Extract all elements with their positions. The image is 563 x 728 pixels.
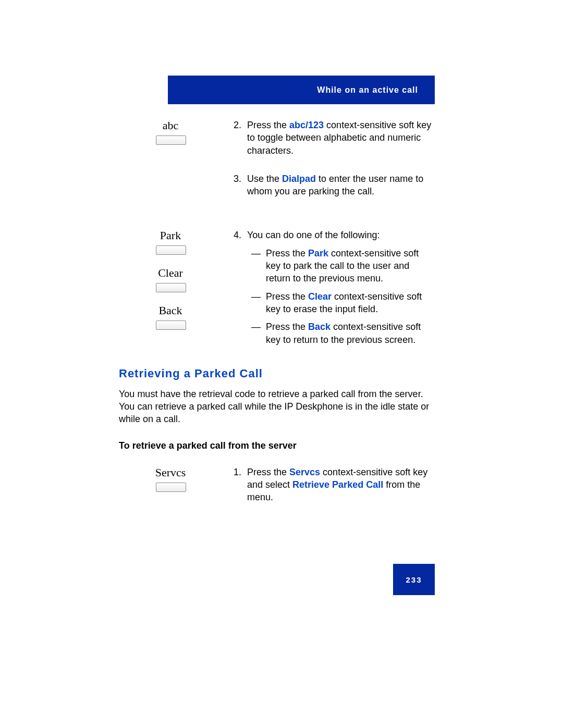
- step-4a: — Press the Park context-sensitive soft …: [251, 247, 434, 285]
- softkey-column-1: abc: [148, 119, 234, 156]
- step-4c-keyword: Back: [308, 322, 331, 332]
- softkey-back-button[interactable]: [156, 320, 186, 330]
- section-subheading: To retrieve a parked call from the serve…: [119, 440, 434, 451]
- softkey-abc: abc: [148, 119, 234, 145]
- step-4a-body: Press the Park context-sensitive soft ke…: [266, 247, 434, 285]
- softkey-clear: Clear: [148, 266, 234, 292]
- softkey-park-button[interactable]: [156, 245, 186, 255]
- header-title: While on an active call: [317, 85, 418, 95]
- softkey-clear-label: Clear: [148, 266, 193, 280]
- step-3-keyword: Dialpad: [282, 174, 316, 184]
- step-2-number: 2.: [234, 119, 247, 157]
- softkey-servcs-label: Servcs: [148, 466, 193, 479]
- softkey-column-3: Servcs: [148, 466, 234, 503]
- softkey-park-label: Park: [148, 229, 193, 242]
- step-4b: — Press the Clear context-sensitive soft…: [251, 290, 434, 316]
- document-page: While on an active call abc 2. Press the…: [0, 0, 563, 728]
- step-4-lead: You can do one of the following:: [247, 230, 380, 240]
- section-paragraph: You must have the retrieval code to retr…: [119, 388, 434, 426]
- retrieve-step-1-kw1: Servcs: [289, 467, 320, 477]
- dash-icon: —: [251, 320, 266, 346]
- text-column-1: 2. Press the abc/123 context-sensitive s…: [234, 119, 434, 213]
- retrieve-step-1-number: 1.: [234, 466, 247, 504]
- step-2-keyword: abc/123: [289, 120, 324, 130]
- row-step-4: Park Clear Back 4. You can do one of the…: [119, 229, 434, 346]
- step-4a-pre: Press the: [266, 248, 308, 258]
- row-retrieve-step-1: Servcs 1. Press the Servcs context-sensi…: [119, 466, 434, 520]
- step-4c-body: Press the Back context-sensitive soft ke…: [266, 320, 434, 346]
- header-bar: While on an active call: [168, 76, 435, 104]
- step-3-pre: Use the: [247, 174, 282, 184]
- step-4b-keyword: Clear: [308, 291, 332, 302]
- softkey-column-2: Park Clear Back: [148, 229, 234, 341]
- retrieve-step-1-kw2: Retrieve Parked Call: [292, 479, 383, 490]
- softkey-abc-label: abc: [148, 119, 193, 132]
- step-2-body: Press the abc/123 context-sensitive soft…: [247, 119, 434, 157]
- step-2: 2. Press the abc/123 context-sensitive s…: [234, 119, 434, 157]
- step-4b-pre: Press the: [266, 291, 308, 302]
- text-column-2: 4. You can do one of the following: — Pr…: [234, 229, 434, 346]
- text-column-3: 1. Press the Servcs context-sensitive so…: [234, 466, 434, 520]
- softkey-servcs-button[interactable]: [156, 483, 186, 492]
- dash-icon: —: [251, 247, 266, 285]
- step-4-number: 4.: [234, 229, 247, 346]
- step-2-pre: Press the: [247, 120, 289, 130]
- row-step-2-3: abc 2. Press the abc/123 context-sensiti…: [119, 119, 434, 213]
- step-4c-pre: Press the: [266, 322, 308, 332]
- softkey-back: Back: [148, 304, 234, 330]
- softkey-servcs: Servcs: [148, 466, 234, 492]
- retrieve-step-1-pre: Press the: [247, 467, 289, 477]
- softkey-clear-button[interactable]: [156, 283, 186, 292]
- page-number: 233: [406, 575, 422, 584]
- step-4b-body: Press the Clear context-sensitive soft k…: [266, 290, 434, 316]
- retrieve-step-1: 1. Press the Servcs context-sensitive so…: [234, 466, 434, 504]
- retrieve-step-1-body: Press the Servcs context-sensitive soft …: [247, 466, 434, 504]
- step-3: 3. Use the Dialpad to enter the user nam…: [234, 172, 434, 198]
- step-3-number: 3.: [234, 172, 247, 198]
- softkey-park: Park: [148, 229, 234, 255]
- step-4-body: You can do one of the following: — Press…: [247, 229, 434, 346]
- step-4: 4. You can do one of the following: — Pr…: [234, 229, 434, 346]
- step-3-body: Use the Dialpad to enter the user name t…: [247, 172, 434, 198]
- page-number-box: 233: [393, 564, 435, 595]
- step-4a-keyword: Park: [308, 248, 328, 258]
- softkey-abc-button[interactable]: [156, 135, 186, 145]
- step-4c: — Press the Back context-sensitive soft …: [251, 320, 434, 346]
- softkey-back-label: Back: [148, 304, 193, 317]
- section-heading-retrieving: Retrieving a Parked Call: [119, 367, 434, 380]
- page-content: abc 2. Press the abc/123 context-sensiti…: [119, 119, 434, 535]
- dash-icon: —: [251, 290, 266, 316]
